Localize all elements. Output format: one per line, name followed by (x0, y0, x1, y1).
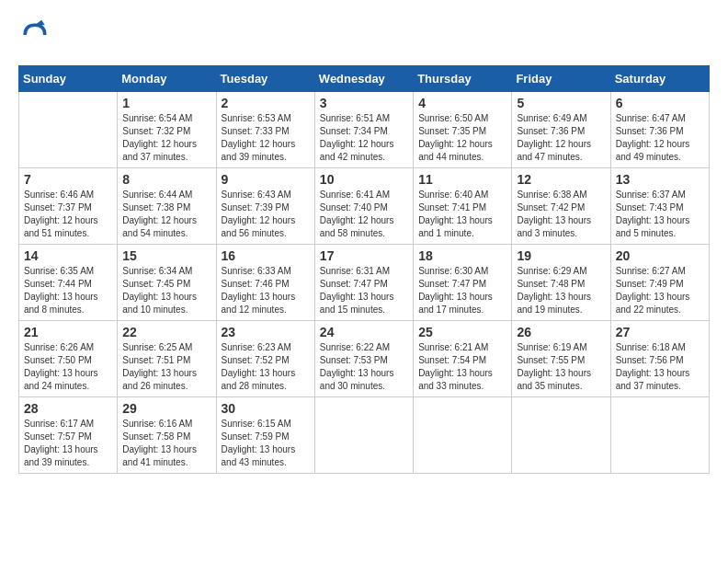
calendar-cell: 13Sunrise: 6:37 AMSunset: 7:43 PMDayligh… (610, 168, 709, 245)
day-number: 18 (418, 248, 506, 263)
day-number: 10 (320, 172, 408, 187)
day-info: Sunrise: 6:19 AMSunset: 7:55 PMDaylight:… (517, 341, 605, 393)
day-number: 12 (517, 172, 605, 187)
day-info: Sunrise: 6:18 AMSunset: 7:56 PMDaylight:… (616, 341, 704, 393)
day-info: Sunrise: 6:27 AMSunset: 7:49 PMDaylight:… (616, 265, 704, 316)
day-number: 25 (418, 325, 506, 339)
day-number: 14 (24, 248, 112, 263)
day-info: Sunrise: 6:29 AMSunset: 7:48 PMDaylight:… (517, 265, 605, 316)
day-number: 20 (616, 248, 704, 263)
day-number: 21 (24, 325, 112, 339)
calendar-cell: 19Sunrise: 6:29 AMSunset: 7:48 PMDayligh… (512, 245, 610, 321)
calendar-cell: 15Sunrise: 6:34 AMSunset: 7:45 PMDayligh… (118, 245, 216, 321)
day-of-week-header: Thursday (414, 66, 512, 92)
calendar-cell: 24Sunrise: 6:22 AMSunset: 7:53 PMDayligh… (314, 321, 413, 397)
calendar-cell (19, 92, 118, 168)
logo-icon (18, 18, 51, 52)
calendar-cell: 30Sunrise: 6:15 AMSunset: 7:59 PMDayligh… (216, 397, 314, 474)
day-number: 17 (320, 248, 408, 263)
calendar-table: SundayMondayTuesdayWednesdayThursdayFrid… (18, 65, 710, 474)
day-of-week-header: Monday (118, 66, 216, 92)
calendar-cell: 22Sunrise: 6:25 AMSunset: 7:51 PMDayligh… (118, 321, 216, 397)
day-info: Sunrise: 6:49 AMSunset: 7:36 PMDaylight:… (517, 112, 605, 164)
day-info: Sunrise: 6:30 AMSunset: 7:47 PMDaylight:… (418, 265, 506, 316)
day-number: 4 (418, 96, 506, 110)
day-info: Sunrise: 6:23 AMSunset: 7:52 PMDaylight:… (222, 341, 310, 393)
calendar-cell: 25Sunrise: 6:21 AMSunset: 7:54 PMDayligh… (414, 321, 512, 397)
calendar-cell: 23Sunrise: 6:23 AMSunset: 7:52 PMDayligh… (216, 321, 314, 397)
calendar-cell: 7Sunrise: 6:46 AMSunset: 7:37 PMDaylight… (19, 168, 118, 245)
calendar-week-row: 1Sunrise: 6:54 AMSunset: 7:32 PMDaylight… (19, 92, 710, 168)
calendar-cell: 9Sunrise: 6:43 AMSunset: 7:39 PMDaylight… (216, 168, 314, 245)
calendar-cell: 26Sunrise: 6:19 AMSunset: 7:55 PMDayligh… (512, 321, 610, 397)
day-number: 5 (517, 96, 605, 110)
day-number: 16 (222, 248, 310, 263)
page-header (18, 18, 710, 52)
calendar-cell: 20Sunrise: 6:27 AMSunset: 7:49 PMDayligh… (610, 245, 709, 321)
day-info: Sunrise: 6:41 AMSunset: 7:40 PMDaylight:… (320, 189, 408, 240)
day-info: Sunrise: 6:22 AMSunset: 7:53 PMDaylight:… (320, 341, 408, 393)
calendar-cell: 21Sunrise: 6:26 AMSunset: 7:50 PMDayligh… (19, 321, 118, 397)
calendar-cell: 17Sunrise: 6:31 AMSunset: 7:47 PMDayligh… (314, 245, 413, 321)
calendar-cell: 4Sunrise: 6:50 AMSunset: 7:35 PMDaylight… (414, 92, 512, 168)
day-info: Sunrise: 6:38 AMSunset: 7:42 PMDaylight:… (517, 189, 605, 240)
calendar-cell (314, 397, 413, 474)
day-info: Sunrise: 6:40 AMSunset: 7:41 PMDaylight:… (418, 189, 506, 240)
calendar-week-row: 28Sunrise: 6:17 AMSunset: 7:57 PMDayligh… (19, 397, 710, 474)
calendar-cell: 10Sunrise: 6:41 AMSunset: 7:40 PMDayligh… (314, 168, 413, 245)
calendar-cell (512, 397, 610, 474)
day-number: 29 (122, 401, 210, 416)
calendar-cell: 18Sunrise: 6:30 AMSunset: 7:47 PMDayligh… (414, 245, 512, 321)
day-number: 30 (222, 401, 310, 416)
day-number: 15 (122, 248, 210, 263)
calendar-week-row: 7Sunrise: 6:46 AMSunset: 7:37 PMDaylight… (19, 168, 710, 245)
day-info: Sunrise: 6:31 AMSunset: 7:47 PMDaylight:… (320, 265, 408, 316)
calendar-body: 1Sunrise: 6:54 AMSunset: 7:32 PMDaylight… (19, 92, 710, 474)
calendar-cell: 14Sunrise: 6:35 AMSunset: 7:44 PMDayligh… (19, 245, 118, 321)
calendar-cell: 16Sunrise: 6:33 AMSunset: 7:46 PMDayligh… (216, 245, 314, 321)
day-info: Sunrise: 6:53 AMSunset: 7:33 PMDaylight:… (222, 112, 310, 164)
day-info: Sunrise: 6:47 AMSunset: 7:36 PMDaylight:… (616, 112, 704, 164)
calendar-week-row: 14Sunrise: 6:35 AMSunset: 7:44 PMDayligh… (19, 245, 710, 321)
day-number: 24 (320, 325, 408, 339)
day-number: 8 (122, 172, 210, 187)
day-of-week-header: Tuesday (216, 66, 314, 92)
day-number: 7 (24, 172, 112, 187)
day-number: 28 (24, 401, 112, 416)
calendar-cell: 11Sunrise: 6:40 AMSunset: 7:41 PMDayligh… (414, 168, 512, 245)
calendar-cell: 12Sunrise: 6:38 AMSunset: 7:42 PMDayligh… (512, 168, 610, 245)
day-number: 23 (222, 325, 310, 339)
day-info: Sunrise: 6:26 AMSunset: 7:50 PMDaylight:… (24, 341, 112, 393)
day-info: Sunrise: 6:21 AMSunset: 7:54 PMDaylight:… (418, 341, 506, 393)
day-info: Sunrise: 6:50 AMSunset: 7:35 PMDaylight:… (418, 112, 506, 164)
day-info: Sunrise: 6:44 AMSunset: 7:38 PMDaylight:… (122, 189, 210, 240)
day-number: 13 (616, 172, 704, 187)
day-info: Sunrise: 6:33 AMSunset: 7:46 PMDaylight:… (222, 265, 310, 316)
logo (18, 18, 57, 52)
day-number: 19 (517, 248, 605, 263)
day-number: 11 (418, 172, 506, 187)
day-info: Sunrise: 6:43 AMSunset: 7:39 PMDaylight:… (222, 189, 310, 240)
day-info: Sunrise: 6:35 AMSunset: 7:44 PMDaylight:… (24, 265, 112, 316)
day-number: 3 (320, 96, 408, 110)
day-number: 9 (222, 172, 310, 187)
day-info: Sunrise: 6:15 AMSunset: 7:59 PMDaylight:… (222, 418, 310, 469)
day-of-week-header: Sunday (19, 66, 118, 92)
calendar-cell: 28Sunrise: 6:17 AMSunset: 7:57 PMDayligh… (19, 397, 118, 474)
calendar-cell: 8Sunrise: 6:44 AMSunset: 7:38 PMDaylight… (118, 168, 216, 245)
day-info: Sunrise: 6:16 AMSunset: 7:58 PMDaylight:… (122, 418, 210, 469)
day-number: 1 (122, 96, 210, 110)
day-info: Sunrise: 6:37 AMSunset: 7:43 PMDaylight:… (616, 189, 704, 240)
day-number: 22 (122, 325, 210, 339)
calendar-cell: 27Sunrise: 6:18 AMSunset: 7:56 PMDayligh… (610, 321, 709, 397)
day-info: Sunrise: 6:51 AMSunset: 7:34 PMDaylight:… (320, 112, 408, 164)
day-info: Sunrise: 6:46 AMSunset: 7:37 PMDaylight:… (24, 189, 112, 240)
calendar-cell: 3Sunrise: 6:51 AMSunset: 7:34 PMDaylight… (314, 92, 413, 168)
calendar-cell: 1Sunrise: 6:54 AMSunset: 7:32 PMDaylight… (118, 92, 216, 168)
day-info: Sunrise: 6:25 AMSunset: 7:51 PMDaylight:… (122, 341, 210, 393)
calendar-cell (414, 397, 512, 474)
calendar-cell: 29Sunrise: 6:16 AMSunset: 7:58 PMDayligh… (118, 397, 216, 474)
calendar-header: SundayMondayTuesdayWednesdayThursdayFrid… (19, 66, 710, 92)
calendar-cell: 6Sunrise: 6:47 AMSunset: 7:36 PMDaylight… (610, 92, 709, 168)
calendar-cell: 2Sunrise: 6:53 AMSunset: 7:33 PMDaylight… (216, 92, 314, 168)
